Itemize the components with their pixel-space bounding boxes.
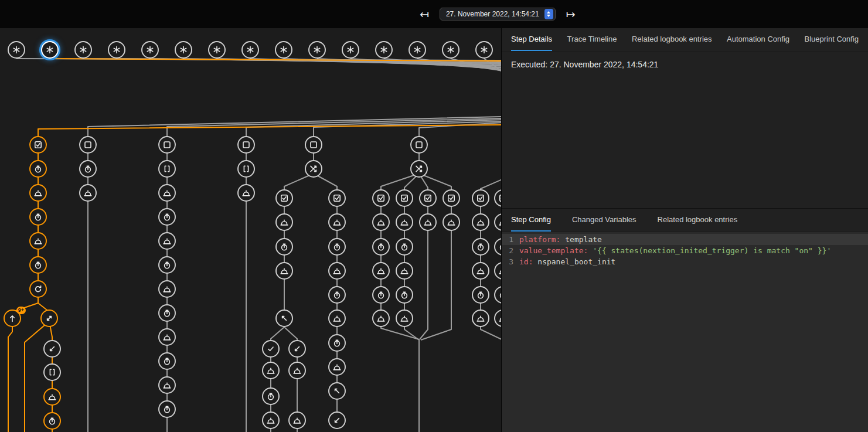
expand-node[interactable] xyxy=(40,309,58,327)
tab-related-logbook-entries-2[interactable]: Related logbook entries xyxy=(658,209,738,232)
trigger-node[interactable] xyxy=(74,41,92,59)
tab-step-config[interactable]: Step Config xyxy=(511,209,551,232)
repeat-node[interactable] xyxy=(29,280,47,298)
brackets-node[interactable] xyxy=(158,160,176,178)
service-node[interactable] xyxy=(396,213,413,231)
service-node[interactable] xyxy=(472,262,489,280)
trigger-node[interactable] xyxy=(175,41,192,59)
parallel-node[interactable] xyxy=(305,160,322,178)
trigger-node[interactable] xyxy=(475,41,493,59)
service-node[interactable] xyxy=(472,213,489,231)
trigger-node[interactable] xyxy=(8,41,25,59)
service-node[interactable] xyxy=(158,376,176,394)
timer-node[interactable] xyxy=(29,160,47,178)
arrow-ul-node[interactable] xyxy=(328,382,346,400)
timer-node[interactable] xyxy=(262,387,280,405)
check-node[interactable] xyxy=(262,340,280,358)
timer-node[interactable] xyxy=(328,334,346,352)
service-node[interactable] xyxy=(372,309,390,327)
condition-node[interactable] xyxy=(472,189,489,207)
tab-changed-variables[interactable]: Changed Variables xyxy=(572,209,636,232)
blank-node[interactable] xyxy=(158,136,176,154)
service-node[interactable] xyxy=(442,213,460,231)
service-node[interactable] xyxy=(158,184,176,202)
run-stepper-icon[interactable] xyxy=(544,9,553,19)
timer-node[interactable] xyxy=(472,286,489,304)
timer-node[interactable] xyxy=(396,286,413,304)
timer-node[interactable] xyxy=(79,160,97,178)
condition-node[interactable] xyxy=(328,189,346,207)
trigger-node[interactable] xyxy=(275,41,292,59)
trigger-node[interactable] xyxy=(41,41,59,59)
timer-node[interactable] xyxy=(396,238,413,256)
trace-graph[interactable]: 9+ xyxy=(0,28,501,432)
tab-related-logbook-entries[interactable]: Related logbook entries xyxy=(632,28,712,51)
step-config-editor[interactable]: 1platform: template 2value_template: '{{… xyxy=(502,232,868,432)
previous-run-icon[interactable]: ↤ xyxy=(420,9,429,20)
condition-node[interactable] xyxy=(419,189,437,207)
brackets-node[interactable] xyxy=(237,160,255,178)
service-node[interactable] xyxy=(328,213,346,231)
service-node[interactable] xyxy=(158,232,176,250)
trigger-node[interactable] xyxy=(141,41,159,59)
timer-node[interactable] xyxy=(494,286,501,304)
condition-node[interactable] xyxy=(372,189,390,207)
timer-node[interactable] xyxy=(158,304,176,322)
parallel-node[interactable] xyxy=(410,160,428,178)
trigger-node[interactable] xyxy=(375,41,393,59)
timer-node[interactable] xyxy=(158,256,176,274)
condition-node[interactable] xyxy=(29,136,47,154)
service-node[interactable] xyxy=(237,184,255,202)
service-node[interactable] xyxy=(396,262,413,280)
tab-step-details[interactable]: Step Details xyxy=(511,28,552,51)
trigger-node[interactable] xyxy=(208,41,226,59)
timer-node[interactable] xyxy=(29,208,47,226)
timer-node[interactable] xyxy=(494,238,501,256)
trigger-node[interactable] xyxy=(241,41,259,59)
service-node[interactable] xyxy=(396,309,413,327)
service-node[interactable] xyxy=(275,213,293,231)
condition-node[interactable] xyxy=(494,189,501,207)
service-node[interactable] xyxy=(158,280,176,298)
condition-node[interactable] xyxy=(396,189,413,207)
trigger-node[interactable] xyxy=(308,41,326,59)
service-node[interactable] xyxy=(494,262,501,280)
service-node[interactable] xyxy=(328,358,346,376)
brackets-node[interactable] xyxy=(43,363,61,381)
blank-node[interactable] xyxy=(410,136,428,154)
service-node[interactable] xyxy=(372,262,390,280)
arrow-up-node[interactable]: 9+ xyxy=(4,309,21,327)
timer-node[interactable] xyxy=(372,286,390,304)
timer-node[interactable] xyxy=(328,238,346,256)
arrow-ul-node[interactable] xyxy=(275,309,293,327)
arrow-dl-node[interactable] xyxy=(43,340,61,358)
service-node[interactable] xyxy=(158,328,176,346)
run-select[interactable]: 27. November 2022, 14:54:21 xyxy=(440,8,556,21)
arrow-dl-node[interactable] xyxy=(288,340,306,358)
next-run-icon[interactable]: ↦ xyxy=(566,9,576,20)
timer-node[interactable] xyxy=(158,400,176,418)
tab-automation-config[interactable]: Automation Config xyxy=(727,28,789,51)
tab-blueprint-config[interactable]: Blueprint Config xyxy=(804,28,859,51)
service-node[interactable] xyxy=(288,411,306,429)
service-node[interactable] xyxy=(29,184,47,202)
tab-trace-timeline[interactable]: Trace Timeline xyxy=(567,28,617,51)
timer-node[interactable] xyxy=(158,208,176,226)
service-node[interactable] xyxy=(79,184,97,202)
timer-node[interactable] xyxy=(328,286,346,304)
service-node[interactable] xyxy=(275,262,293,280)
service-node[interactable] xyxy=(328,309,346,327)
service-node[interactable] xyxy=(494,213,501,231)
condition-node[interactable] xyxy=(275,189,293,207)
blank-node[interactable] xyxy=(305,136,322,154)
service-node[interactable] xyxy=(29,232,47,250)
arrow-dl-node[interactable] xyxy=(328,411,346,429)
trigger-node[interactable] xyxy=(108,41,125,59)
service-node[interactable] xyxy=(472,309,489,327)
blank-node[interactable] xyxy=(237,136,255,154)
timer-node[interactable] xyxy=(472,238,489,256)
timer-node[interactable] xyxy=(372,238,390,256)
service-node[interactable] xyxy=(262,411,280,429)
trigger-node[interactable] xyxy=(342,41,359,59)
blank-node[interactable] xyxy=(79,136,97,154)
